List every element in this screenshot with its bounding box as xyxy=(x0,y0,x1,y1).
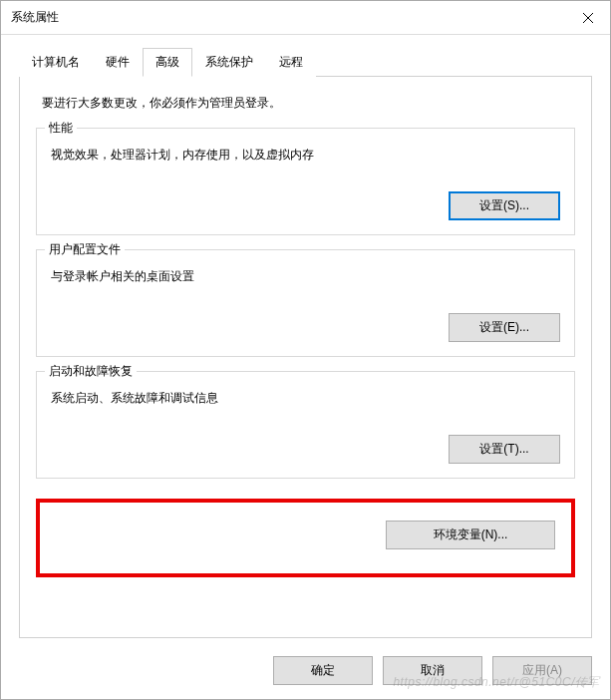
startup-recovery-group: 启动和故障恢复 系统启动、系统故障和调试信息 设置(T)... xyxy=(36,371,575,479)
environment-variables-area: 环境变量(N)... xyxy=(36,499,575,577)
titlebar: 系统属性 xyxy=(1,1,610,35)
user-profiles-button-row: 设置(E)... xyxy=(51,313,560,342)
tab-advanced[interactable]: 高级 xyxy=(143,48,192,77)
user-profiles-desc: 与登录帐户相关的桌面设置 xyxy=(51,268,560,285)
performance-button-row: 设置(S)... xyxy=(51,191,560,220)
admin-required-text: 要进行大多数更改，你必须作为管理员登录。 xyxy=(36,95,575,112)
tab-system-protection[interactable]: 系统保护 xyxy=(192,48,266,77)
ok-button[interactable]: 确定 xyxy=(273,656,373,685)
tab-computer-name[interactable]: 计算机名 xyxy=(19,48,93,77)
close-icon xyxy=(583,13,593,23)
performance-desc: 视觉效果，处理器计划，内存使用，以及虚拟内存 xyxy=(51,147,560,164)
cancel-button[interactable]: 取消 xyxy=(383,656,482,685)
tab-panel-advanced: 要进行大多数更改，你必须作为管理员登录。 性能 视觉效果，处理器计划，内存使用，… xyxy=(19,77,592,638)
tab-remote[interactable]: 远程 xyxy=(266,48,316,77)
startup-recovery-legend: 启动和故障恢复 xyxy=(45,363,137,380)
close-button[interactable] xyxy=(565,1,610,34)
performance-group: 性能 视觉效果，处理器计划，内存使用，以及虚拟内存 设置(S)... xyxy=(36,128,575,235)
user-profiles-legend: 用户配置文件 xyxy=(45,241,125,258)
system-properties-window: 系统属性 计算机名 硬件 高级 系统保护 远程 要进行大多数更改，你必须作为管理… xyxy=(0,0,611,700)
tab-hardware[interactable]: 硬件 xyxy=(93,48,143,77)
dialog-button-bar: 确定 取消 应用(A) xyxy=(1,644,610,699)
dialog-content: 计算机名 硬件 高级 系统保护 远程 要进行大多数更改，你必须作为管理员登录。 … xyxy=(1,35,610,644)
environment-variables-button[interactable]: 环境变量(N)... xyxy=(386,521,555,549)
startup-recovery-settings-button[interactable]: 设置(T)... xyxy=(449,435,560,464)
highlight-box: 环境变量(N)... xyxy=(36,499,575,577)
tab-strip: 计算机名 硬件 高级 系统保护 远程 xyxy=(19,47,592,77)
user-profiles-settings-button[interactable]: 设置(E)... xyxy=(449,313,560,342)
user-profiles-group: 用户配置文件 与登录帐户相关的桌面设置 设置(E)... xyxy=(36,249,575,357)
startup-recovery-button-row: 设置(T)... xyxy=(51,435,560,464)
startup-recovery-desc: 系统启动、系统故障和调试信息 xyxy=(51,390,560,407)
performance-legend: 性能 xyxy=(45,120,77,137)
performance-settings-button[interactable]: 设置(S)... xyxy=(449,191,560,220)
window-title: 系统属性 xyxy=(11,9,59,26)
apply-button[interactable]: 应用(A) xyxy=(492,656,592,685)
